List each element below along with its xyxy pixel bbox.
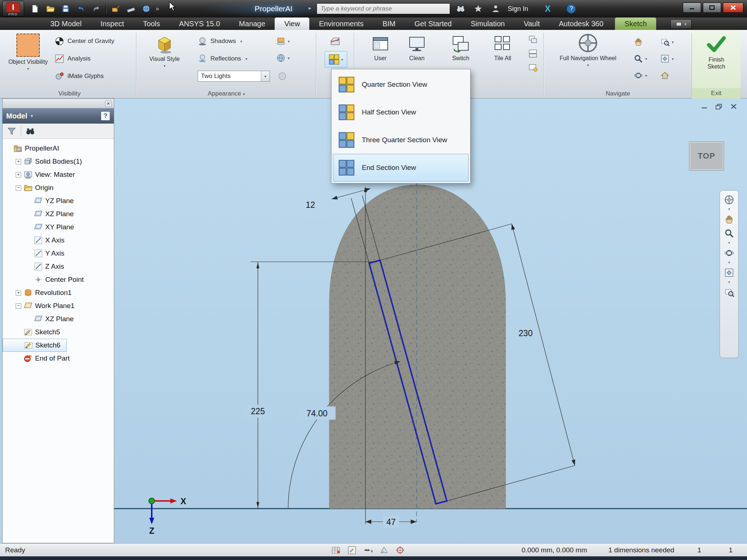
dimension-47[interactable]: 47 [386, 517, 396, 527]
navbar-wheel-icon[interactable] [722, 194, 736, 206]
tree-item-origin[interactable]: −Origin [3, 181, 114, 194]
tree-item-work-plane1[interactable]: −Work Plane1 [3, 299, 114, 312]
ground-plane-button[interactable]: ▾ [276, 36, 290, 46]
search-input[interactable] [317, 3, 450, 14]
tab-autodesk-360[interactable]: Autodesk 360 [549, 18, 613, 30]
tab-simulation[interactable]: Simulation [461, 18, 514, 30]
tree-item-revolution1[interactable]: +Revolution1 [3, 286, 114, 299]
help-icon[interactable]: ? [566, 4, 576, 13]
switch-windows-button[interactable]: Switch [443, 34, 478, 62]
object-visibility-button[interactable]: Object Visibility ▾ [6, 34, 50, 71]
arrange-button[interactable] [528, 49, 538, 58]
visual-style-button[interactable]: Visual Style ▾ [142, 34, 187, 68]
part-geometry[interactable] [329, 185, 506, 509]
menu-item-half-section-view[interactable]: Half Section View [333, 98, 469, 126]
lights-combobox[interactable]: Two Lights ▾ [198, 71, 270, 82]
tree-item-xz-plane[interactable]: XZ Plane [3, 312, 114, 326]
doc-restore-icon[interactable] [715, 103, 723, 110]
tree-item-xy-plane[interactable]: XY Plane [3, 221, 114, 234]
tab-ansys-15-0[interactable]: ANSYS 15.0 [170, 18, 229, 30]
imate-glyphs-button[interactable]: iMate Glyphs [55, 69, 104, 83]
panel-label-visibility[interactable]: Visibility [3, 90, 136, 97]
doc-minimize-icon[interactable] [700, 103, 709, 110]
browser-close-icon[interactable]: × [105, 100, 112, 107]
zoom-all-button[interactable]: ▾ [660, 37, 674, 47]
cascade-button[interactable] [528, 35, 538, 44]
tree-item-propellerai[interactable]: PropellerAI [3, 142, 114, 155]
center-of-gravity-button[interactable]: Center of Gravity [55, 34, 115, 48]
tree-item-z-axis[interactable]: Z Axis [3, 260, 114, 273]
tree-item-yz-plane[interactable]: YZ Plane [3, 194, 114, 207]
open-file-icon[interactable] [44, 3, 56, 15]
doc-close-icon[interactable] [729, 103, 738, 110]
orbit-button[interactable]: ▾ [634, 71, 647, 80]
user-account-icon[interactable] [490, 3, 501, 14]
chevron-down-icon[interactable]: ▾ [728, 280, 730, 285]
full-navigation-wheel-button[interactable]: Full Navigation Wheel ▾ [553, 33, 623, 67]
browser-help-icon[interactable]: ? [101, 111, 110, 121]
analysis-button[interactable]: Analysis [55, 52, 90, 66]
dimension-225[interactable]: 225 [251, 407, 265, 416]
dimension-12[interactable]: 12 [306, 200, 315, 210]
tree-expander-icon[interactable]: − [16, 303, 21, 309]
favorites-star-icon[interactable] [473, 3, 484, 14]
chevron-down-icon[interactable]: ▾ [728, 207, 730, 212]
minimize-button[interactable] [683, 3, 701, 13]
snap-grid-icon[interactable] [330, 544, 342, 556]
menu-item-end-section-view[interactable]: End Section View [333, 154, 469, 182]
tree-expander-icon[interactable]: + [16, 172, 21, 178]
search-binoculars-icon[interactable] [455, 3, 466, 14]
panel-label-navigate[interactable]: Navigate [544, 90, 692, 97]
material-icon[interactable] [110, 3, 121, 15]
tree-item-view-master[interactable]: +View: Master [3, 168, 114, 181]
chevron-down-icon[interactable]: ▾ [728, 261, 730, 265]
tree-item-end-of-part[interactable]: End of Part [3, 352, 114, 365]
finish-sketch-button[interactable]: Finish Sketch [701, 34, 732, 70]
ribbon-appearance-toggle[interactable]: ▾ [670, 19, 692, 29]
measure-icon[interactable] [125, 3, 137, 15]
tree-expander-icon[interactable]: − [16, 185, 21, 191]
exchange-apps-icon[interactable]: X [545, 4, 550, 14]
tree-item-sketch6[interactable]: Sketch6 [3, 339, 67, 352]
tab-get-started[interactable]: Get Started [405, 18, 461, 30]
maximize-button[interactable] [703, 3, 721, 13]
chevron-down-icon[interactable]: ▾ [261, 71, 270, 81]
panel-label-appearance[interactable]: Appearance▾ [137, 90, 316, 97]
clean-screen-button[interactable]: Clean [401, 34, 433, 62]
sketch-display-icon[interactable] [346, 544, 358, 556]
tree-expander-icon[interactable]: + [16, 290, 21, 296]
tab-tools[interactable]: Tools [133, 18, 170, 30]
tree-item-y-axis[interactable]: Y Axis [3, 247, 114, 260]
new-window-button[interactable] [528, 63, 538, 72]
menu-item-quarter-section-view[interactable]: Quarter Section View [333, 71, 469, 98]
navbar-orbit-icon[interactable] [722, 247, 736, 259]
environment-button[interactable]: ▾ [276, 53, 290, 63]
navbar-zoom-window-icon[interactable] [722, 286, 736, 299]
view-cube[interactable]: TOP [689, 141, 724, 171]
tree-item-xz-plane[interactable]: XZ Plane [3, 207, 114, 221]
tab-vault[interactable]: Vault [514, 18, 549, 30]
application-menu-button[interactable]: I PRO [2, 1, 24, 17]
section-view-dropdown-button[interactable]: ▾ [325, 51, 347, 68]
user-interface-button[interactable]: User [365, 34, 396, 62]
browser-header[interactable]: Model ▼ ? [3, 108, 114, 124]
tab-view[interactable]: View [275, 18, 309, 30]
textures-toggle-button[interactable] [278, 71, 287, 81]
home-view-button[interactable] [660, 71, 670, 80]
tab-bim[interactable]: BIM [373, 18, 405, 30]
tile-all-button[interactable]: Tile All [485, 34, 520, 62]
tree-item-sketch5[interactable]: Sketch5 [3, 326, 114, 339]
filter-icon[interactable] [7, 127, 16, 136]
dimension-74[interactable]: 74.00 [306, 409, 328, 418]
chevron-down-icon[interactable]: ▾ [728, 241, 730, 245]
find-icon[interactable] [26, 127, 35, 136]
dimension-display-icon[interactable] [362, 544, 374, 556]
tab-environments[interactable]: Environments [309, 18, 373, 30]
redo-icon[interactable] [90, 3, 102, 15]
more-commands-icon[interactable]: » [156, 5, 159, 12]
tree-expander-icon[interactable]: + [16, 159, 21, 164]
tab-sketch[interactable]: Sketch [615, 18, 656, 30]
dof-indicator-icon[interactable] [394, 544, 406, 556]
zoom-button[interactable]: ▾ [634, 54, 647, 63]
panel-label-exit[interactable]: Exit [692, 88, 740, 98]
